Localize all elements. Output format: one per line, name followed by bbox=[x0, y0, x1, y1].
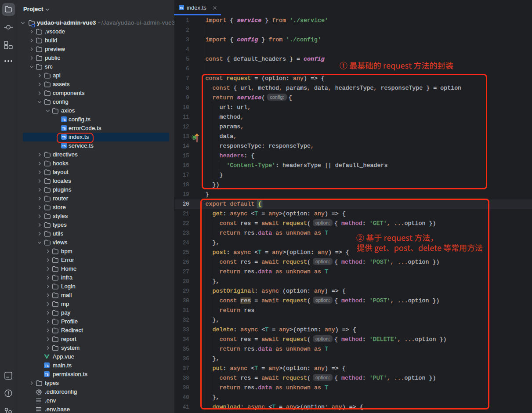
svg-text:TS: TS bbox=[45, 364, 49, 367]
svg-text:TS: TS bbox=[62, 127, 66, 130]
svg-text:TS: TS bbox=[180, 6, 183, 9]
svg-text:TS: TS bbox=[62, 118, 66, 121]
svg-text:TS: TS bbox=[62, 145, 66, 148]
svg-text:TS: TS bbox=[45, 373, 49, 376]
